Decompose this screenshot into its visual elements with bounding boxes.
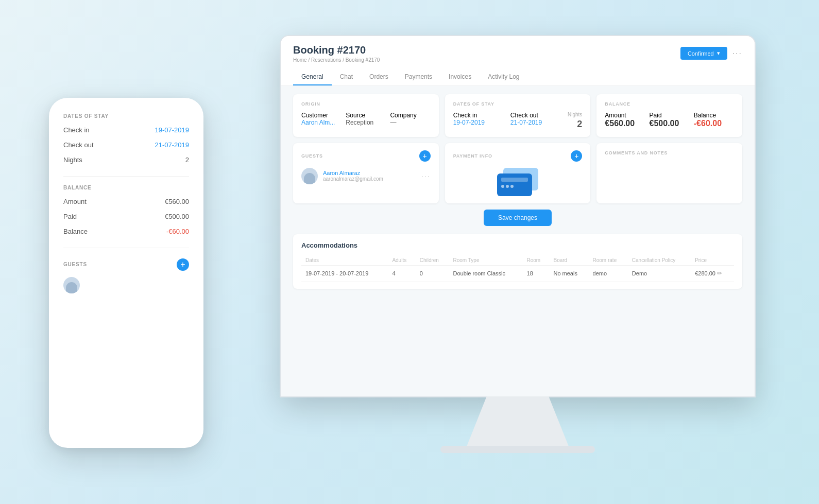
booking-title-area: Booking #2170 Home / Reservations / Book… (293, 44, 380, 63)
check-out-col: Check out 21-07-2019 (510, 112, 564, 130)
payment-info-card: PAYMENT INFO + (445, 143, 591, 203)
add-guest-button[interactable]: + (419, 150, 431, 162)
mobile-check-out-value: 21-07-2019 (155, 141, 190, 149)
check-in-value: 19-07-2019 (453, 119, 506, 126)
screen-content: Booking #2170 Home / Reservations / Book… (281, 36, 755, 396)
guest-item: Aaron Almaraz aaronalmaraz@gmail.com ··· (301, 168, 431, 184)
col-board: Board (549, 255, 588, 266)
mobile-nights-label: Nights (63, 156, 82, 164)
nights-col: Nights 2 (568, 112, 582, 130)
origin-customer-value: Aaron Alm... (301, 119, 342, 126)
balance-grid: Amount €560.00 Paid €500.00 Balance -€60… (605, 112, 734, 128)
tab-general[interactable]: General (293, 69, 332, 85)
tab-payments[interactable]: Payments (397, 69, 440, 85)
card-front (497, 173, 532, 196)
tab-orders[interactable]: Orders (361, 69, 397, 85)
cell-room: 18 (523, 265, 550, 281)
guest-email: aaronalmaraz@gmail.com (323, 176, 416, 182)
balance-value: -€60.00 (694, 119, 734, 128)
card-dot (501, 185, 504, 188)
balance-card-title: BALANCE (605, 101, 734, 107)
mobile-balance-label: Balance (63, 228, 88, 235)
origin-source-value: Reception (346, 119, 386, 126)
second-row: GUESTS + Aaron Almaraz aaronalmaraz@gmai… (293, 143, 742, 203)
nights-value: 2 (568, 119, 582, 130)
paid-value: €500.00 (650, 119, 690, 128)
guest-name[interactable]: Aaron Almaraz (323, 170, 416, 176)
mobile-guest-preview (63, 277, 189, 293)
nights-label: Nights (568, 112, 582, 117)
mobile-paid-value: €500.00 (165, 213, 189, 220)
mobile-amount-row: Amount €560.00 (63, 198, 189, 205)
origin-source-label: Source (346, 112, 365, 119)
dates-card: DATES OF STAY Check in 19-07-2019 Check … (445, 94, 591, 137)
tab-invoices[interactable]: Invoices (440, 69, 480, 85)
mobile-amount-label: Amount (63, 198, 87, 205)
nav-tabs: General Chat Orders Payments Invoices Ac… (293, 69, 742, 85)
origin-card-title: ORIGIN (301, 101, 431, 107)
payment-icon-area (453, 168, 583, 196)
balance-label: Balance (694, 112, 716, 119)
edit-accommodation-icon[interactable]: ✏ (717, 270, 722, 277)
guests-card: GUESTS + Aaron Almaraz aaronalmaraz@gmai… (293, 143, 439, 203)
cell-cancellation: Demo (628, 265, 691, 281)
payment-card-title: PAYMENT INFO (453, 153, 492, 159)
mobile-dates-title: DATES OF STAY (63, 113, 189, 119)
booking-title: Booking #2170 (293, 44, 380, 56)
check-in-label: Check in (453, 112, 477, 119)
mobile-check-in-row: Check in 19-07-2019 (63, 126, 189, 134)
balance-card: BALANCE Amount €560.00 Paid €500.00 (596, 94, 742, 137)
mobile-divider-2 (63, 248, 189, 248)
save-changes-button[interactable]: Save changes (484, 210, 552, 226)
mobile-check-in-label: Check in (63, 126, 90, 134)
tab-chat[interactable]: Chat (332, 69, 361, 85)
more-options-button[interactable]: ··· (732, 49, 742, 58)
monitor-stand (440, 446, 595, 453)
mobile-guests-section: GUESTS + (63, 258, 189, 293)
cell-board: No meals (549, 265, 588, 281)
col-price: Price (691, 255, 734, 266)
card-dot (506, 185, 509, 188)
cell-adults: 4 (388, 265, 415, 281)
header-actions: Confirmed ▾ ··· (680, 47, 742, 60)
monitor-screen: Booking #2170 Home / Reservations / Book… (281, 36, 755, 396)
mobile-balance-section: BALANCE Amount €560.00 Paid €500.00 Bala… (63, 185, 189, 235)
mobile-guest-avatar (63, 277, 80, 293)
scene: DATES OF STAY Check in 19-07-2019 Check … (49, 26, 770, 479)
table-header-row: Dates Adults Children Room Type Room Boa… (301, 255, 734, 266)
mobile-dates-section: DATES OF STAY Check in 19-07-2019 Check … (63, 113, 189, 164)
col-room: Room (523, 255, 550, 266)
accommodations-title: Accommodations (301, 241, 734, 249)
mobile-balance-value: -€60.00 (166, 228, 189, 235)
breadcrumb: Home / Reservations / Booking #2170 (293, 57, 380, 63)
dates-card-title: DATES OF STAY (453, 101, 583, 107)
amount-col: Amount €560.00 (605, 112, 645, 128)
mobile-check-out-row: Check out 21-07-2019 (63, 141, 189, 149)
mobile-check-in-value: 19-07-2019 (155, 126, 190, 134)
mobile-paid-label: Paid (63, 213, 77, 220)
mobile-nights-value: 2 (185, 156, 189, 164)
col-adults: Adults (388, 255, 415, 266)
origin-source-col: Source Reception (346, 112, 386, 126)
top-cards-row: ORIGIN Customer Aaron Alm... Source Rece… (293, 94, 742, 137)
tab-activity-log[interactable]: Activity Log (480, 69, 527, 85)
check-in-col: Check in 19-07-2019 (453, 112, 506, 130)
add-payment-button[interactable]: + (571, 150, 582, 162)
amount-label: Amount (605, 112, 626, 119)
desktop-monitor: Booking #2170 Home / Reservations / Book… (265, 36, 770, 479)
paid-col: Paid €500.00 (650, 112, 690, 128)
price-value: €280.00 (695, 270, 715, 276)
amount-value: €560.00 (605, 119, 645, 128)
screen-header: Booking #2170 Home / Reservations / Book… (281, 36, 755, 86)
guest-info: Aaron Almaraz aaronalmaraz@gmail.com (323, 170, 416, 182)
origin-customer-label: Customer (301, 112, 328, 119)
screen-body: ORIGIN Customer Aaron Alm... Source Rece… (281, 86, 755, 396)
mobile-balance-row: Balance -€60.00 (63, 228, 189, 235)
confirmed-button[interactable]: Confirmed ▾ (680, 47, 727, 60)
mobile-add-guest-button[interactable]: + (177, 258, 189, 271)
screen-header-top: Booking #2170 Home / Reservations / Book… (293, 44, 742, 63)
notes-card-title: COMMENTS AND NOTES (605, 150, 668, 155)
col-children: Children (416, 255, 449, 266)
origin-company-label: Company (390, 112, 416, 119)
guest-more-options[interactable]: ··· (421, 172, 431, 180)
